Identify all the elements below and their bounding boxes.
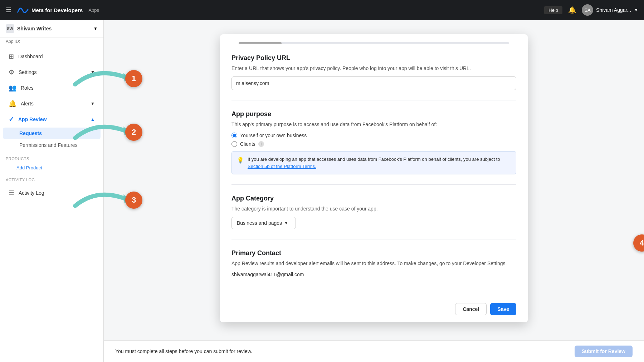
- sidebar-item-label: Dashboard: [18, 54, 43, 59]
- privacy-policy-section: Privacy Policy URL Enter a URL that show…: [231, 54, 516, 100]
- permissions-label: Permissions and Features: [19, 142, 78, 148]
- sidebar-item-label: Roles: [21, 85, 34, 91]
- arrow4-svg: [615, 206, 644, 249]
- logo-text: Meta for Developers: [31, 7, 83, 13]
- app-review-chevron-icon: ▲: [91, 117, 95, 122]
- scroll-indicator: [239, 42, 509, 44]
- app-selector[interactable]: SW Shivam Writes ▼: [0, 20, 103, 38]
- radio-clients-input[interactable]: [231, 141, 237, 147]
- info-box: 💡 If you are developing an app that acce…: [231, 151, 516, 174]
- app-icon: SW: [6, 24, 14, 33]
- alerts-chevron-icon: ▼: [91, 101, 95, 106]
- step3-circle: 3: [125, 192, 142, 209]
- scroll-bar: [239, 42, 282, 44]
- help-button[interactable]: Help: [544, 6, 562, 14]
- app-chevron-icon: ▼: [93, 26, 98, 31]
- app-category-section: App Category The category is important t…: [231, 195, 516, 239]
- step1-label: 1: [132, 74, 136, 83]
- privacy-policy-title: Privacy Policy URL: [231, 54, 516, 62]
- alerts-icon: 🔔: [9, 100, 16, 108]
- radio-yourself-label: Yourself or your own business: [240, 133, 307, 138]
- category-dropdown[interactable]: Business and pages ▼: [231, 217, 296, 229]
- settings-modal: Privacy Policy URL Enter a URL that show…: [220, 34, 528, 322]
- privacy-policy-description: Enter a URL that shows your app's privac…: [231, 65, 516, 72]
- sidebar-item-requests[interactable]: Requests: [3, 128, 101, 139]
- radio-group: Yourself or your own business Clients i: [231, 133, 516, 147]
- platform-terms-link[interactable]: Section 5b of the Platform Terms.: [248, 164, 316, 169]
- dropdown-chevron-icon: ▼: [284, 220, 288, 225]
- activity-log-section-label: Activity Log: [0, 175, 103, 185]
- category-value: Business and pages: [237, 220, 282, 226]
- app-purpose-section: App purpose This app's primary purpose i…: [231, 110, 516, 185]
- step2-circle: 2: [125, 124, 142, 141]
- sidebar-item-app-review[interactable]: ✓ App Review ▲: [3, 112, 101, 127]
- settings-icon: ⚙: [9, 68, 14, 76]
- submit-review-button[interactable]: Submit for Review: [575, 346, 633, 357]
- primary-contact-section: Primary Contact App Review results and d…: [231, 249, 516, 287]
- info-lightbulb-icon: 💡: [237, 156, 244, 165]
- primary-contact-description: App Review results and developer alert e…: [231, 260, 516, 267]
- step4-circle: 4: [633, 234, 644, 252]
- scroll-indicator-area: [220, 34, 528, 44]
- contact-email: shivamaggarwal411@gmail.com: [231, 272, 516, 277]
- step4-label: 4: [640, 238, 644, 248]
- sidebar-item-activity-log[interactable]: ☰ Activity Log: [3, 185, 101, 200]
- dashboard-icon: ⊞: [9, 53, 14, 60]
- app-name: Shivam Writes: [17, 26, 52, 31]
- modal-body: Privacy Policy URL Enter a URL that show…: [220, 47, 528, 287]
- sidebar-item-permissions[interactable]: Permissions and Features: [3, 139, 101, 151]
- sidebar-item-label: Alerts: [21, 101, 34, 106]
- apps-label[interactable]: Apps: [88, 8, 99, 13]
- app-purpose-description: This app's primary purpose is to access …: [231, 121, 516, 128]
- app-review-icon: ✓: [9, 115, 14, 123]
- cancel-button[interactable]: Cancel: [455, 303, 487, 315]
- sidebar-item-dashboard[interactable]: ⊞ Dashboard: [3, 49, 101, 64]
- requests-label: Requests: [19, 130, 42, 136]
- save-button[interactable]: Save: [490, 303, 516, 315]
- settings-chevron-icon: ▼: [91, 70, 95, 75]
- sidebar-item-label: Activity Log: [19, 190, 44, 196]
- hamburger-icon[interactable]: ☰: [6, 6, 11, 14]
- sidebar-item-label: App Review: [18, 116, 47, 122]
- svg-marker-2: [123, 194, 131, 203]
- roles-icon: 👥: [9, 84, 16, 92]
- bottom-bar: You must complete all steps before you c…: [104, 340, 644, 362]
- modal-footer: Cancel Save: [220, 297, 528, 322]
- app-purpose-title: App purpose: [231, 110, 516, 118]
- avatar: SA: [582, 4, 593, 16]
- bottom-bar-warning: You must complete all steps before you c…: [115, 348, 252, 354]
- svg-marker-0: [123, 73, 131, 81]
- step3-label: 3: [132, 195, 136, 205]
- sidebar-item-label: Settings: [19, 69, 37, 75]
- app-id-label: App ID:: [6, 39, 20, 44]
- clients-info-icon[interactable]: i: [258, 141, 264, 147]
- step1-circle: 1: [125, 70, 142, 87]
- svg-marker-1: [123, 127, 131, 135]
- sidebar-item-alerts[interactable]: 🔔 Alerts ▼: [3, 96, 101, 111]
- sidebar-item-settings[interactable]: ⚙ Settings ▼: [3, 65, 101, 80]
- app-category-description: The category is important to understand …: [231, 205, 516, 213]
- sidebar-item-roles[interactable]: 👥 Roles: [3, 80, 101, 95]
- products-section-label: Products: [0, 154, 103, 164]
- top-navbar: ☰ Meta for Developers Apps Help 🔔 SA Shi…: [0, 0, 644, 20]
- step2-label: 2: [132, 128, 136, 137]
- main-content: Privacy Policy URL Enter a URL that show…: [104, 20, 644, 362]
- primary-contact-title: Primary Contact: [231, 249, 516, 257]
- add-product-link[interactable]: Add Product: [0, 164, 103, 172]
- privacy-policy-input[interactable]: [231, 76, 516, 90]
- sidebar: SW Shivam Writes ▼ App ID: ⊞ Dashboard ⚙…: [0, 20, 104, 362]
- bell-icon[interactable]: 🔔: [568, 6, 576, 14]
- radio-yourself[interactable]: Yourself or your own business: [231, 133, 516, 138]
- radio-clients[interactable]: Clients i: [231, 141, 516, 147]
- user-chevron: ▼: [634, 8, 638, 13]
- meta-logo: Meta for Developers: [17, 7, 83, 13]
- app-category-title: App Category: [231, 195, 516, 202]
- activity-log-icon: ☰: [9, 189, 14, 197]
- info-text-body: If you are developing an app that access…: [248, 157, 500, 162]
- radio-yourself-input[interactable]: [231, 133, 237, 138]
- app-id-row: App ID:: [0, 38, 103, 48]
- info-text: If you are developing an app that access…: [248, 156, 511, 170]
- radio-clients-label: Clients: [240, 141, 255, 147]
- user-avatar-area[interactable]: SA Shivam Aggar... ▼: [582, 4, 638, 16]
- user-name: Shivam Aggar...: [596, 7, 631, 13]
